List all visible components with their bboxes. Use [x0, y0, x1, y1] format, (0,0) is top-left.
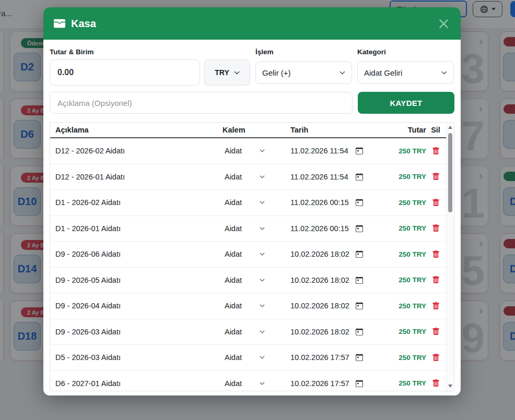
kalem-select[interactable]: Aidat	[207, 276, 283, 284]
chevron-down-icon	[260, 355, 265, 360]
kalem-select[interactable]: Aidat	[207, 250, 283, 258]
date-input[interactable]: 10.02.2026 17:57	[283, 379, 377, 388]
trash-icon	[432, 328, 440, 335]
modal-body: Tutar & Birim TRY İşlem Gelir (+) Katego…	[43, 40, 461, 395]
kalem-select[interactable]: Aidat	[207, 379, 283, 388]
chevron-down-icon	[260, 148, 265, 153]
chevron-down-icon	[260, 200, 265, 205]
kalem-value: Aidat	[225, 224, 242, 233]
row-description: D9 - 2026-03 Aidatı	[55, 328, 207, 336]
row-description: D9 - 2026-04 Aidatı	[55, 302, 207, 310]
kalem-select[interactable]: Aidat	[207, 198, 283, 207]
kalem-value: Aidat	[225, 173, 242, 181]
calendar-icon	[356, 199, 363, 206]
table-scrollbar[interactable]	[446, 123, 454, 391]
table-row: D9 - 2026-06 Aidatı Aidat 10.02.2026 18:…	[50, 242, 446, 268]
islem-select[interactable]: Gelir (+)	[255, 61, 352, 84]
kategori-select[interactable]: Aidat Geliri	[357, 61, 454, 84]
date-input[interactable]: 10.02.2026 17:57	[283, 353, 377, 362]
kalem-select[interactable]: Aidat	[207, 147, 283, 155]
date-value: 10.02.2026 18:02	[290, 328, 349, 336]
row-description: D1 - 2026-01 Aidatı	[55, 224, 207, 233]
transactions-table: Açıklama Kalem Tarih Tutar Sil D12 - 202…	[50, 122, 454, 391]
amount-label: Tutar & Birim	[50, 48, 250, 56]
date-input[interactable]: 10.02.2026 18:02	[283, 302, 377, 310]
calendar-icon	[356, 250, 363, 258]
trash-icon	[432, 173, 440, 181]
calendar-icon	[356, 380, 363, 387]
date-input[interactable]: 10.02.2026 18:02	[283, 328, 377, 336]
delete-button[interactable]	[426, 302, 445, 310]
scroll-down-button[interactable]	[447, 382, 454, 390]
chevron-down-icon	[260, 251, 265, 257]
kasa-modal: Kasa Tutar & Birim TRY İşlem Gelir (+)	[43, 7, 461, 395]
kalem-value: Aidat	[225, 379, 242, 388]
date-value: 11.02.2026 11:54	[290, 173, 348, 181]
table-header-row: Açıklama Kalem Tarih Tutar Sil	[50, 123, 446, 138]
trash-icon	[432, 276, 440, 284]
header-aciklama: Açıklama	[55, 126, 207, 134]
description-input[interactable]	[50, 92, 353, 114]
date-value: 10.02.2026 18:02	[290, 250, 349, 258]
date-value: 11.02.2026 11:54	[290, 147, 348, 155]
delete-button[interactable]	[426, 276, 445, 284]
row-amount: 250 TRY	[377, 379, 426, 387]
kalem-select[interactable]: Aidat	[207, 353, 283, 362]
table-row: D5 - 2026-03 Aidatı Aidat 10.02.2026 17:…	[50, 345, 446, 371]
kategori-group: Kategori Aidat Geliri	[357, 48, 454, 86]
delete-button[interactable]	[426, 328, 445, 335]
row-description: D12 - 2026-02 Aidatı	[55, 147, 207, 155]
kalem-select[interactable]: Aidat	[207, 173, 283, 181]
kalem-select[interactable]: Aidat	[207, 328, 283, 336]
date-input[interactable]: 11.02.2026 00:15	[283, 224, 377, 233]
amount-input[interactable]	[50, 59, 200, 86]
date-input[interactable]: 11.02.2026 11:54	[283, 173, 377, 181]
delete-button[interactable]	[426, 354, 445, 362]
header-tutar: Tutar	[377, 126, 426, 134]
table-row: D9 - 2026-03 Aidatı Aidat 10.02.2026 18:…	[50, 319, 446, 345]
islem-value: Gelir (+)	[262, 68, 291, 77]
delete-button[interactable]	[426, 224, 445, 232]
row-description: D9 - 2026-06 Aidatı	[55, 250, 207, 258]
row-amount: 250 TRY	[377, 276, 426, 284]
scrollbar-thumb[interactable]	[448, 133, 452, 212]
kategori-label: Kategori	[357, 48, 454, 56]
chevron-down-icon	[260, 226, 265, 231]
calendar-icon	[356, 328, 363, 335]
kalem-select[interactable]: Aidat	[207, 224, 283, 233]
delete-button[interactable]	[426, 379, 445, 387]
table-row: D1 - 2026-02 Aidatı Aidat 11.02.2026 00:…	[50, 190, 446, 216]
delete-button[interactable]	[426, 199, 445, 207]
date-input[interactable]: 11.02.2026 11:54	[283, 147, 377, 155]
date-input[interactable]: 11.02.2026 00:15	[283, 198, 377, 207]
date-input[interactable]: 10.02.2026 18:02	[283, 250, 377, 258]
date-value: 10.02.2026 17:57	[290, 353, 349, 362]
date-input[interactable]: 10.02.2026 18:02	[283, 276, 377, 284]
scroll-up-button[interactable]	[447, 124, 454, 131]
islem-group: İşlem Gelir (+)	[255, 48, 352, 86]
amount-group: Tutar & Birim TRY	[50, 48, 250, 86]
date-value: 11.02.2026 00:15	[290, 224, 349, 233]
kalem-value: Aidat	[225, 276, 242, 284]
kalem-value: Aidat	[225, 147, 242, 155]
modal-title: Kasa	[71, 18, 96, 30]
table-row: D12 - 2026-01 Aidatı Aidat 11.02.2026 11…	[50, 164, 446, 190]
delete-button[interactable]	[426, 147, 445, 155]
calendar-icon	[356, 302, 363, 309]
save-button[interactable]: KAYDET	[358, 92, 454, 114]
header-tarih: Tarih	[283, 126, 377, 134]
date-value: 10.02.2026 18:02	[290, 276, 349, 284]
trash-icon	[432, 302, 440, 310]
table-row: D12 - 2026-02 Aidatı Aidat 11.02.2026 11…	[50, 138, 446, 164]
table-row: D9 - 2026-05 Aidatı Aidat 10.02.2026 18:…	[50, 268, 446, 294]
chevron-down-icon	[441, 70, 447, 76]
row-description: D5 - 2026-03 Aidatı	[55, 353, 207, 362]
delete-button[interactable]	[426, 250, 445, 258]
close-icon[interactable]	[437, 17, 450, 30]
table-row: D6 - 2027-01 Aidatı Aidat 10.02.2026 17:…	[50, 371, 446, 391]
calendar-icon	[356, 225, 363, 232]
row-amount: 250 TRY	[377, 173, 426, 181]
delete-button[interactable]	[426, 173, 445, 181]
currency-select[interactable]: TRY	[204, 59, 250, 86]
kalem-select[interactable]: Aidat	[207, 302, 283, 310]
